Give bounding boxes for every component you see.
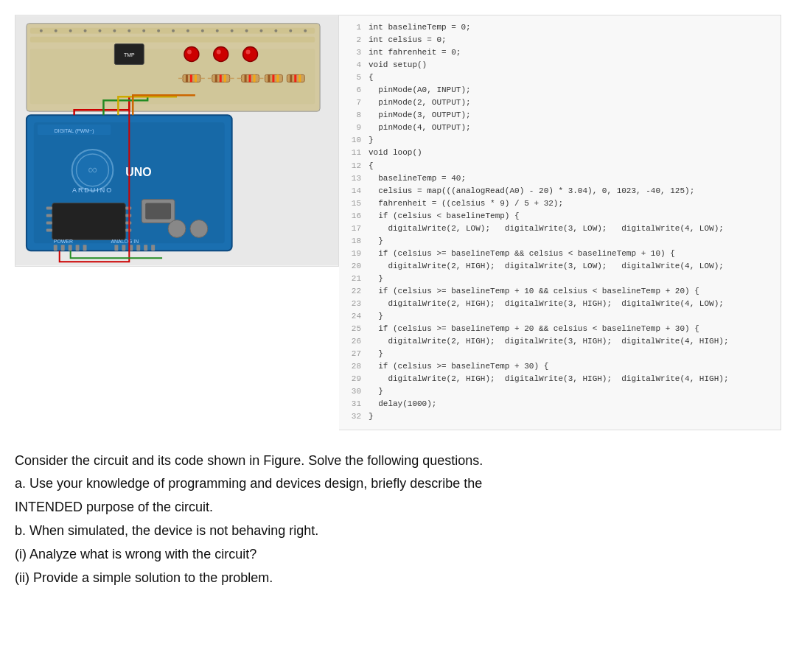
line-text: void setup() bbox=[369, 59, 427, 71]
line-number: 30 bbox=[348, 385, 361, 398]
svg-point-8 bbox=[84, 29, 87, 32]
svg-rect-67 bbox=[52, 203, 126, 240]
code-line: 8 pinMode(3, OUTPUT); bbox=[348, 109, 772, 122]
svg-rect-53 bbox=[276, 74, 279, 82]
part-bi-label: (i) bbox=[15, 547, 27, 561]
line-number: 4 bbox=[348, 59, 361, 71]
part-a-text: Use your knowledge of programming and de… bbox=[29, 476, 482, 491]
line-number: 18 bbox=[348, 235, 361, 248]
line-text: void loop() bbox=[369, 147, 422, 159]
code-line: 3int fahrenheit = 0; bbox=[348, 46, 772, 59]
line-number: 16 bbox=[348, 210, 361, 223]
line-text: if (celsius < baselineTemp) { bbox=[369, 210, 520, 223]
svg-rect-77 bbox=[145, 203, 171, 220]
svg-rect-85 bbox=[114, 245, 118, 251]
code-line: 5{ bbox=[348, 71, 772, 84]
line-number: 20 bbox=[348, 260, 361, 273]
code-line: 13 baselineTemp = 40; bbox=[348, 172, 772, 185]
line-number: 17 bbox=[348, 223, 361, 235]
line-number: 25 bbox=[348, 323, 361, 335]
line-text: } bbox=[369, 310, 383, 323]
line-number: 3 bbox=[348, 46, 361, 59]
svg-point-12 bbox=[142, 29, 145, 32]
svg-text:∞: ∞ bbox=[88, 162, 97, 177]
svg-point-28 bbox=[243, 47, 258, 62]
line-text: if (celsius >= baselineTemp && celsius <… bbox=[369, 248, 675, 260]
line-number: 24 bbox=[348, 310, 361, 323]
code-line: 31 delay(1000); bbox=[348, 398, 772, 410]
part-a: a. Use your knowledge of programming and… bbox=[15, 474, 781, 494]
line-text: delay(1000); bbox=[369, 398, 436, 410]
svg-text:ANALOG IN: ANALOG IN bbox=[111, 239, 139, 244]
svg-text:ARDUINO: ARDUINO bbox=[72, 186, 113, 194]
line-text: pinMode(3, OUTPUT); bbox=[369, 109, 471, 122]
svg-point-23 bbox=[304, 29, 307, 32]
line-text: } bbox=[369, 273, 383, 285]
svg-rect-52 bbox=[272, 74, 274, 82]
line-number: 10 bbox=[348, 134, 361, 147]
part-a-label: a. bbox=[15, 476, 26, 491]
svg-point-15 bbox=[186, 29, 189, 32]
code-line: 20 digitalWrite(2, HIGH); digitalWrite(3… bbox=[348, 260, 772, 273]
line-text: } bbox=[369, 235, 383, 248]
svg-rect-41 bbox=[215, 74, 217, 82]
svg-point-10 bbox=[113, 29, 116, 32]
code-line: 14 celsius = map(((analogRead(A0) - 20) … bbox=[348, 185, 772, 197]
line-text: } bbox=[369, 134, 374, 147]
svg-point-27 bbox=[214, 47, 228, 62]
svg-rect-71 bbox=[46, 228, 52, 231]
code-line: 15 fahrenheit = ((celsius * 9) / 5 + 32)… bbox=[348, 197, 772, 210]
svg-rect-82 bbox=[69, 245, 72, 251]
line-number: 9 bbox=[348, 122, 361, 134]
line-number: 28 bbox=[348, 360, 361, 373]
svg-rect-48 bbox=[249, 74, 251, 82]
svg-rect-57 bbox=[298, 74, 301, 82]
line-text: digitalWrite(2, HIGH); digitalWrite(3, H… bbox=[369, 335, 728, 348]
code-line: 16 if (celsius < baselineTemp) { bbox=[348, 210, 772, 223]
code-line: 27 } bbox=[348, 348, 772, 360]
svg-point-26 bbox=[184, 47, 199, 62]
svg-rect-42 bbox=[220, 74, 222, 82]
line-text: fahrenheit = ((celsius * 9) / 5 + 32); bbox=[369, 197, 563, 210]
code-line: 19 if (celsius >= baselineTemp && celsiu… bbox=[348, 248, 772, 260]
line-number: 13 bbox=[348, 172, 361, 185]
line-number: 1 bbox=[348, 21, 361, 34]
line-text: pinMode(4, OUTPUT); bbox=[369, 122, 471, 134]
code-line: 10} bbox=[348, 134, 772, 147]
svg-point-18 bbox=[231, 29, 234, 32]
svg-point-31 bbox=[246, 50, 251, 55]
line-number: 29 bbox=[348, 373, 361, 385]
line-text: digitalWrite(2, HIGH); digitalWrite(3, L… bbox=[369, 260, 724, 273]
svg-point-9 bbox=[98, 29, 101, 32]
svg-point-30 bbox=[217, 50, 221, 55]
svg-rect-51 bbox=[268, 74, 270, 82]
part-a-cont: INTENDED purpose of the circuit. bbox=[15, 497, 781, 518]
svg-rect-84 bbox=[83, 245, 87, 251]
code-line: 29 digitalWrite(2, HIGH); digitalWrite(3… bbox=[348, 373, 772, 385]
svg-rect-80 bbox=[54, 245, 57, 251]
svg-text:TMP: TMP bbox=[124, 52, 135, 57]
code-line: 18 } bbox=[348, 235, 772, 248]
svg-rect-74 bbox=[125, 222, 131, 225]
code-line: 11void loop() bbox=[348, 147, 772, 159]
code-line: 4void setup() bbox=[348, 59, 772, 71]
line-text: { bbox=[369, 160, 374, 172]
line-number: 11 bbox=[348, 147, 361, 159]
code-line: 21 } bbox=[348, 273, 772, 285]
svg-point-7 bbox=[69, 29, 72, 32]
line-text: } bbox=[369, 348, 383, 360]
svg-rect-56 bbox=[294, 74, 296, 82]
line-text: int fahrenheit = 0; bbox=[369, 46, 461, 59]
svg-point-13 bbox=[157, 29, 160, 32]
line-text: if (celsius >= baselineTemp + 10 && cels… bbox=[369, 285, 699, 298]
line-text: int celsius = 0; bbox=[369, 34, 447, 46]
svg-rect-81 bbox=[61, 245, 65, 251]
svg-rect-72 bbox=[125, 207, 131, 210]
svg-rect-36 bbox=[190, 74, 192, 82]
svg-point-16 bbox=[201, 29, 204, 32]
line-number: 12 bbox=[348, 160, 361, 172]
part-b-label: b. bbox=[15, 523, 26, 538]
svg-point-21 bbox=[274, 29, 277, 32]
line-number: 22 bbox=[348, 285, 361, 298]
code-line: 30 } bbox=[348, 385, 772, 398]
